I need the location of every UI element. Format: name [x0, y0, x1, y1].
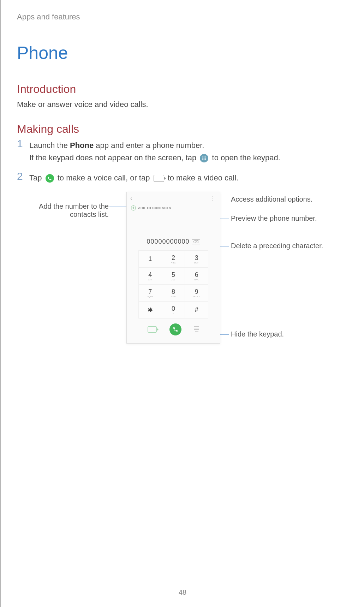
text: Launch the [29, 141, 70, 150]
callout-options: Access additional options. [231, 195, 312, 203]
section-heading-introduction: Introduction [17, 83, 353, 96]
step-2: 2 Tap to make a voice call, or tap to ma… [17, 172, 353, 184]
keypad: 1 2ABC3DEF4GHI5JKL6MNO7PQRS8TUV9WXYZ✱0+# [138, 250, 208, 319]
plus-icon: + [131, 206, 136, 210]
manual-page: Apps and features Phone Introduction Mak… [0, 0, 364, 607]
svg-rect-3 [203, 158, 203, 159]
video-call-button[interactable] [148, 326, 157, 333]
keypad-key[interactable]: 2ABC [162, 251, 185, 268]
screenshot-header: ‹ ⋮ [127, 192, 220, 205]
key-digit: 5 [172, 271, 175, 279]
keypad-key[interactable]: 3DEF [185, 251, 208, 268]
callout-hide: Hide the keypad. [231, 330, 284, 338]
key-letters: WXYZ [193, 296, 200, 298]
voice-call-icon [46, 174, 54, 183]
voice-call-button[interactable] [169, 323, 181, 335]
keypad-key[interactable]: ✱ [139, 302, 162, 319]
keypad-key[interactable]: # [185, 302, 208, 319]
key-letters: JKL [171, 279, 175, 281]
keypad-key[interactable]: 5JKL [162, 268, 185, 285]
figure: Add the number to the contacts list. Acc… [17, 192, 353, 361]
key-digit: 0 [172, 305, 175, 313]
hide-keypad-button[interactable]: Hide [194, 326, 199, 333]
intro-text: Make or answer voice and video calls. [17, 99, 353, 110]
dialed-number: 00000000000 [147, 238, 189, 245]
dialed-number-row: 00000000000 ⌫ [127, 235, 220, 250]
keypad-icon [200, 154, 208, 162]
text: to open the keypad. [212, 153, 280, 162]
key-letters: + [173, 313, 174, 315]
back-icon[interactable]: ‹ [130, 195, 132, 202]
text: to make a video call. [168, 173, 239, 182]
svg-rect-8 [205, 159, 206, 160]
hide-keypad-icon [194, 326, 199, 330]
key-letters: DEF [194, 262, 199, 264]
key-letters: MNO [194, 279, 199, 281]
keypad-key[interactable]: 6MNO [185, 268, 208, 285]
key-digit: 9 [195, 288, 198, 296]
key-letters: TUV [171, 296, 176, 298]
callout-delete: Delete a preceding character. [231, 242, 323, 250]
action-row: Hide [127, 319, 220, 339]
svg-rect-5 [205, 158, 206, 159]
key-letters: ABC [171, 262, 176, 264]
step-body: Launch the Phone app and enter a phone n… [29, 139, 280, 164]
keypad-key[interactable]: 0+ [162, 302, 185, 319]
hide-keypad-label: Hide [195, 331, 198, 333]
svg-rect-1 [204, 157, 204, 157]
text: to make a voice call, or tap [58, 173, 152, 182]
add-to-contacts-label: ADD TO CONTACTS [138, 206, 171, 210]
step-body: Tap to make a voice call, or tap to make… [29, 172, 238, 184]
svg-rect-6 [203, 159, 203, 160]
svg-rect-7 [204, 159, 204, 160]
step-number: 2 [17, 171, 29, 181]
callout-add-contacts: Add the number to the contacts list. [33, 202, 109, 219]
video-call-icon [154, 175, 164, 182]
keypad-key[interactable]: 8TUV [162, 285, 185, 302]
step-1: 1 Launch the Phone app and enter a phone… [17, 139, 353, 164]
step-number: 1 [17, 138, 29, 149]
breadcrumb: Apps and features [17, 12, 353, 22]
page-title: Phone [17, 43, 353, 63]
text: Tap [29, 173, 44, 182]
page-number: 48 [1, 588, 364, 596]
key-digit: 1 [148, 255, 152, 263]
key-letters: PQRS [147, 296, 154, 298]
key-digit: 8 [172, 288, 175, 296]
section-heading-making-calls: Making calls [17, 123, 353, 136]
svg-rect-0 [203, 157, 203, 157]
keypad-key[interactable]: 1 [139, 251, 162, 268]
text: app and enter a phone number. [94, 141, 204, 150]
key-digit: 7 [148, 288, 152, 296]
key-letters: GHI [148, 279, 152, 281]
bold-text: Phone [70, 141, 94, 150]
keypad-key[interactable]: 4GHI [139, 268, 162, 285]
delete-icon[interactable]: ⌫ [192, 239, 200, 244]
key-digit: ✱ [148, 306, 153, 314]
key-digit: 6 [195, 271, 198, 279]
key-digit: 3 [195, 254, 198, 262]
phone-screenshot: ‹ ⋮ + ADD TO CONTACTS 00000000000 ⌫ 1 2A… [126, 192, 220, 344]
svg-rect-4 [204, 158, 204, 159]
text: If the keypad does not appear on the scr… [29, 153, 198, 162]
keypad-key[interactable]: 7PQRS [139, 285, 162, 302]
steps-list: 1 Launch the Phone app and enter a phone… [17, 139, 353, 184]
add-to-contacts-button[interactable]: + ADD TO CONTACTS [127, 205, 220, 213]
svg-rect-2 [205, 157, 206, 157]
more-options-icon[interactable]: ⋮ [210, 195, 216, 202]
key-digit: # [195, 306, 198, 314]
key-digit: 4 [148, 271, 152, 279]
callout-preview: Preview the phone number. [231, 214, 317, 222]
key-digit: 2 [172, 254, 175, 262]
spacer [127, 213, 220, 235]
keypad-key[interactable]: 9WXYZ [185, 285, 208, 302]
